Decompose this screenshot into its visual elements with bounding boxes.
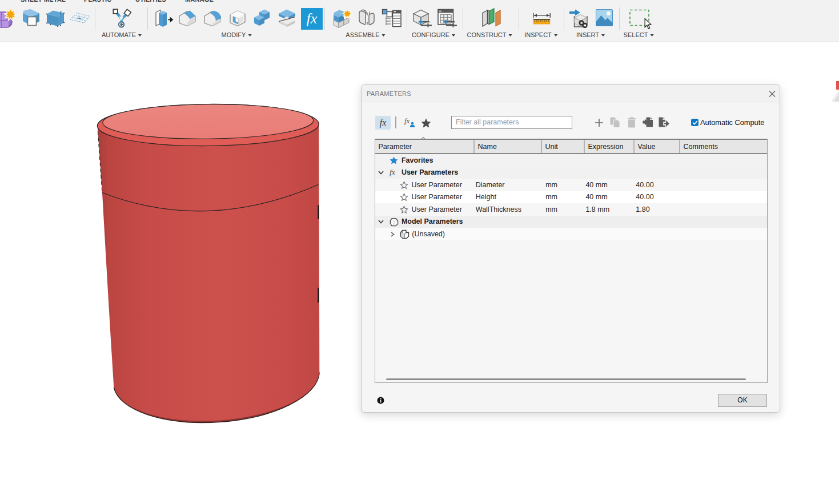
svg-text:fx: fx: [307, 10, 318, 27]
